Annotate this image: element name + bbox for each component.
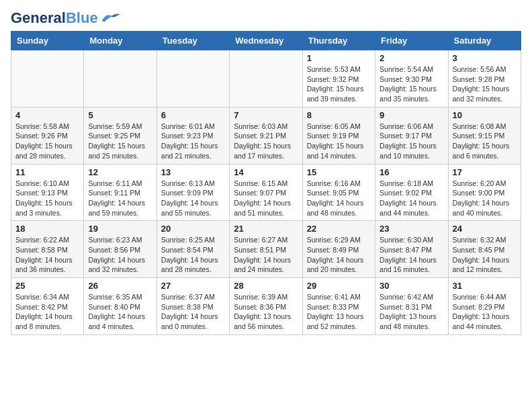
calendar-cell: 2Sunrise: 5:54 AM Sunset: 9:30 PM Daylig…: [375, 50, 448, 107]
day-info: Sunrise: 6:27 AM Sunset: 8:51 PM Dayligh…: [234, 235, 298, 275]
calendar-cell: 16Sunrise: 6:18 AM Sunset: 9:02 PM Dayli…: [375, 164, 448, 221]
calendar-cell: 4Sunrise: 5:58 AM Sunset: 9:26 PM Daylig…: [11, 107, 84, 164]
calendar-cell: 12Sunrise: 6:11 AM Sunset: 9:11 PM Dayli…: [84, 164, 157, 221]
calendar-cell: 29Sunrise: 6:41 AM Sunset: 8:33 PM Dayli…: [302, 278, 375, 335]
day-number: 5: [88, 110, 152, 120]
day-info: Sunrise: 6:16 AM Sunset: 9:05 PM Dayligh…: [307, 179, 371, 218]
calendar-cell: 8Sunrise: 6:05 AM Sunset: 9:19 PM Daylig…: [302, 107, 375, 164]
day-info: Sunrise: 6:13 AM Sunset: 9:09 PM Dayligh…: [161, 179, 225, 218]
day-info: Sunrise: 6:32 AM Sunset: 8:45 PM Dayligh…: [453, 235, 517, 275]
calendar-cell: 23Sunrise: 6:30 AM Sunset: 8:47 PM Dayli…: [375, 221, 448, 278]
day-info: Sunrise: 6:01 AM Sunset: 9:23 PM Dayligh…: [161, 122, 225, 161]
day-number: 31: [453, 281, 517, 291]
day-number: 10: [453, 110, 517, 120]
day-number: 19: [88, 224, 152, 234]
calendar-cell: 30Sunrise: 6:42 AM Sunset: 8:31 PM Dayli…: [375, 278, 448, 335]
day-number: 29: [307, 281, 371, 291]
day-number: 7: [234, 110, 298, 120]
day-info: Sunrise: 6:22 AM Sunset: 8:58 PM Dayligh…: [15, 235, 79, 275]
calendar-cell: 27Sunrise: 6:37 AM Sunset: 8:38 PM Dayli…: [157, 278, 229, 335]
logo: GeneralBlue: [11, 11, 121, 26]
calendar-cell: 18Sunrise: 6:22 AM Sunset: 8:58 PM Dayli…: [11, 221, 84, 278]
day-info: Sunrise: 5:56 AM Sunset: 9:28 PM Dayligh…: [453, 64, 517, 104]
day-number: 17: [453, 167, 517, 177]
day-info: Sunrise: 6:41 AM Sunset: 8:33 PM Dayligh…: [307, 292, 371, 332]
weekday-header: Wednesday: [230, 32, 302, 50]
calendar-cell: 5Sunrise: 5:59 AM Sunset: 9:25 PM Daylig…: [84, 107, 157, 164]
header: GeneralBlue: [11, 11, 521, 26]
calendar-cell: 17Sunrise: 6:20 AM Sunset: 9:00 PM Dayli…: [448, 164, 521, 221]
calendar-cell: 26Sunrise: 6:35 AM Sunset: 8:40 PM Dayli…: [84, 278, 157, 335]
day-info: Sunrise: 6:34 AM Sunset: 8:42 PM Dayligh…: [15, 292, 79, 332]
calendar-table: SundayMondayTuesdayWednesdayThursdayFrid…: [11, 31, 521, 335]
day-number: 3: [453, 53, 517, 63]
calendar-cell: 24Sunrise: 6:32 AM Sunset: 8:45 PM Dayli…: [448, 221, 521, 278]
day-number: 2: [380, 53, 443, 63]
calendar-cell: 31Sunrise: 6:44 AM Sunset: 8:29 PM Dayli…: [448, 278, 521, 335]
day-info: Sunrise: 6:39 AM Sunset: 8:36 PM Dayligh…: [234, 292, 298, 332]
day-info: Sunrise: 6:25 AM Sunset: 8:54 PM Dayligh…: [161, 235, 225, 275]
day-info: Sunrise: 6:06 AM Sunset: 9:17 PM Dayligh…: [380, 122, 443, 161]
calendar-cell: [11, 50, 84, 107]
day-info: Sunrise: 6:30 AM Sunset: 8:47 PM Dayligh…: [380, 235, 443, 275]
calendar-cell: 20Sunrise: 6:25 AM Sunset: 8:54 PM Dayli…: [157, 221, 229, 278]
calendar-cell: [84, 50, 157, 107]
day-info: Sunrise: 6:08 AM Sunset: 9:15 PM Dayligh…: [453, 122, 517, 161]
calendar-cell: 3Sunrise: 5:56 AM Sunset: 9:28 PM Daylig…: [448, 50, 521, 107]
weekday-header: Tuesday: [157, 32, 229, 50]
day-info: Sunrise: 6:42 AM Sunset: 8:31 PM Dayligh…: [380, 292, 443, 332]
day-number: 6: [161, 110, 225, 120]
day-number: 23: [380, 224, 443, 234]
calendar-cell: 1Sunrise: 5:53 AM Sunset: 9:32 PM Daylig…: [302, 50, 375, 107]
logo-bird-icon: [101, 11, 121, 24]
calendar-cell: 14Sunrise: 6:15 AM Sunset: 9:07 PM Dayli…: [230, 164, 302, 221]
day-number: 9: [380, 110, 443, 120]
day-info: Sunrise: 6:10 AM Sunset: 9:13 PM Dayligh…: [15, 179, 79, 218]
day-info: Sunrise: 6:23 AM Sunset: 8:56 PM Dayligh…: [88, 235, 152, 275]
calendar-cell: 19Sunrise: 6:23 AM Sunset: 8:56 PM Dayli…: [84, 221, 157, 278]
weekday-header: Monday: [84, 32, 157, 50]
day-number: 27: [161, 281, 225, 291]
day-number: 25: [15, 281, 79, 291]
calendar-cell: 28Sunrise: 6:39 AM Sunset: 8:36 PM Dayli…: [230, 278, 302, 335]
weekday-header: Sunday: [11, 32, 84, 50]
calendar-cell: [157, 50, 229, 107]
day-info: Sunrise: 5:58 AM Sunset: 9:26 PM Dayligh…: [15, 122, 79, 161]
day-number: 20: [161, 224, 225, 234]
day-number: 4: [15, 110, 79, 120]
weekday-header: Friday: [375, 32, 448, 50]
calendar-cell: [230, 50, 302, 107]
day-info: Sunrise: 6:29 AM Sunset: 8:49 PM Dayligh…: [307, 235, 371, 275]
day-number: 1: [307, 53, 371, 63]
day-number: 18: [15, 224, 79, 234]
day-info: Sunrise: 6:35 AM Sunset: 8:40 PM Dayligh…: [88, 292, 152, 332]
day-info: Sunrise: 5:54 AM Sunset: 9:30 PM Dayligh…: [380, 64, 443, 104]
day-number: 30: [380, 281, 443, 291]
day-number: 11: [15, 167, 79, 177]
logo-text: GeneralBlue: [11, 11, 98, 26]
day-number: 15: [307, 167, 371, 177]
day-info: Sunrise: 6:37 AM Sunset: 8:38 PM Dayligh…: [161, 292, 225, 332]
weekday-header: Thursday: [302, 32, 375, 50]
calendar-cell: 6Sunrise: 6:01 AM Sunset: 9:23 PM Daylig…: [157, 107, 229, 164]
weekday-header: Saturday: [448, 32, 521, 50]
day-info: Sunrise: 6:15 AM Sunset: 9:07 PM Dayligh…: [234, 179, 298, 218]
calendar-cell: 13Sunrise: 6:13 AM Sunset: 9:09 PM Dayli…: [157, 164, 229, 221]
day-info: Sunrise: 6:20 AM Sunset: 9:00 PM Dayligh…: [453, 179, 517, 218]
day-number: 8: [307, 110, 371, 120]
day-number: 21: [234, 224, 298, 234]
day-info: Sunrise: 5:53 AM Sunset: 9:32 PM Dayligh…: [307, 64, 371, 104]
calendar-cell: 11Sunrise: 6:10 AM Sunset: 9:13 PM Dayli…: [11, 164, 84, 221]
day-info: Sunrise: 6:05 AM Sunset: 9:19 PM Dayligh…: [307, 122, 371, 161]
day-number: 24: [453, 224, 517, 234]
day-info: Sunrise: 6:11 AM Sunset: 9:11 PM Dayligh…: [88, 179, 152, 218]
calendar-cell: 21Sunrise: 6:27 AM Sunset: 8:51 PM Dayli…: [230, 221, 302, 278]
calendar-cell: 22Sunrise: 6:29 AM Sunset: 8:49 PM Dayli…: [302, 221, 375, 278]
calendar-cell: 25Sunrise: 6:34 AM Sunset: 8:42 PM Dayli…: [11, 278, 84, 335]
calendar-cell: 10Sunrise: 6:08 AM Sunset: 9:15 PM Dayli…: [448, 107, 521, 164]
calendar-cell: 9Sunrise: 6:06 AM Sunset: 9:17 PM Daylig…: [375, 107, 448, 164]
day-number: 13: [161, 167, 225, 177]
day-number: 22: [307, 224, 371, 234]
day-info: Sunrise: 6:44 AM Sunset: 8:29 PM Dayligh…: [453, 292, 517, 332]
day-info: Sunrise: 5:59 AM Sunset: 9:25 PM Dayligh…: [88, 122, 152, 161]
